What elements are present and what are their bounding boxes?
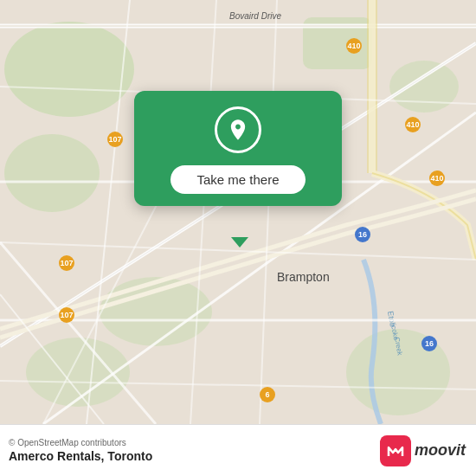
place-info: © OpenStreetMap contributors Amerco Rent…	[9, 438, 152, 463]
hwy-16-1: 16	[355, 227, 370, 242]
pin-icon	[226, 118, 250, 142]
place-name: Amerco Rentals, Toronto	[9, 449, 152, 463]
svg-text:Bovaird Drive: Bovaird Drive	[229, 11, 281, 21]
hwy-107-1: Bovaird Drive107	[107, 132, 123, 147]
svg-text:Brampton: Brampton	[277, 270, 330, 284]
svg-point-1	[4, 22, 134, 117]
svg-marker-32	[231, 237, 248, 248]
attribution-text: © OpenStreetMap contributors	[9, 438, 152, 447]
moovit-icon	[380, 435, 411, 466]
svg-point-2	[4, 134, 100, 212]
bottom-bar: © OpenStreetMap contributors Amerco Rent…	[0, 424, 476, 476]
hwy-410-3: 410	[429, 170, 445, 186]
take-me-there-button[interactable]: Take me there	[170, 165, 305, 194]
location-icon	[215, 106, 261, 153]
hwy-16-2: 16	[421, 336, 437, 351]
hwy-107-3: 107	[59, 307, 74, 323]
map-container: Etob icoke Creek	[0, 0, 476, 424]
svg-point-7	[389, 61, 459, 113]
hwy-410-2: 410	[405, 117, 421, 132]
map-pin-tail	[231, 235, 248, 251]
hwy-6-1: 6	[260, 387, 275, 402]
moovit-logo: moovit	[380, 435, 466, 466]
location-popup: Take me there	[134, 91, 342, 206]
hwy-107-2: 107	[59, 255, 74, 271]
moovit-brand-text: moovit	[415, 441, 466, 460]
hwy-410-1: 410	[346, 38, 362, 54]
